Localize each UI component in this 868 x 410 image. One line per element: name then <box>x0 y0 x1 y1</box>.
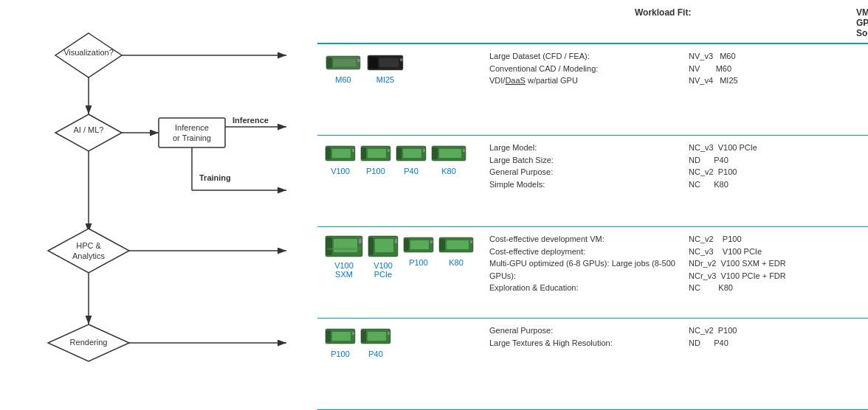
svg-text:Inference: Inference <box>175 123 209 132</box>
gpu-label-k80-inf: K80 <box>441 167 456 176</box>
svg-rect-26 <box>326 58 332 68</box>
gpu-card-p100-train: P100 <box>403 233 434 267</box>
svg-rect-51 <box>334 239 357 252</box>
gpu-label-v100-inf: V100 <box>331 167 350 176</box>
svg-text:AI / ML?: AI / ML? <box>74 125 104 134</box>
workload-inf-line4: Simple Models: <box>489 178 683 191</box>
header-row: Workload Fit: VM / GPU Solution: <box>317 7 868 44</box>
svg-rect-67 <box>326 330 331 342</box>
workload-training: Cost-effective development VM: Cost-effe… <box>483 233 683 294</box>
svg-rect-52 <box>359 239 362 243</box>
gpu-card-p40-render: P40 <box>360 324 391 358</box>
svg-rect-69 <box>352 332 354 335</box>
inference-row: V100 P100 <box>317 136 868 227</box>
gpu-card-p100-inf: P100 <box>360 142 391 176</box>
vm-rendering: NC_v2 P100 ND P40 <box>683 324 861 349</box>
vm-training: NC_v2 P100 NC_v3 V100 PCIe NDr_v2 V100 S… <box>683 233 861 294</box>
svg-rect-34 <box>326 147 331 159</box>
workload-line1: Large Dataset (CFD / FEA): <box>489 50 683 63</box>
workload-train-line2: Cost-effective deployment: <box>489 246 683 258</box>
gpu-list-rendering: P100 P40 <box>325 324 483 358</box>
workload-render-line1: General Purpose: <box>489 324 683 337</box>
gpu-card-p100-render: P100 <box>325 324 356 358</box>
svg-rect-61 <box>430 240 433 243</box>
svg-rect-40 <box>388 149 390 152</box>
svg-rect-63 <box>439 239 445 251</box>
workload-train-line1: Cost-effective development VM: <box>489 233 683 246</box>
svg-rect-31 <box>379 58 399 67</box>
vm-line3: NV_v4 MI25 <box>689 74 861 87</box>
workload-inference: Large Model: Large Batch Size: General P… <box>483 142 683 190</box>
gpu-list-training: V100SXM V100PCIe <box>325 233 483 279</box>
vm-inf-line3: NC_v2 P100 <box>689 166 861 178</box>
flowchart: Visualization? AI / ML? Inference or Tra… <box>0 0 317 410</box>
svg-text:Rendering: Rendering <box>70 338 108 347</box>
vm-render-line2: ND P40 <box>689 337 861 350</box>
svg-rect-30 <box>369 57 378 69</box>
workload-line2: Conventional CAD / Modeling: <box>489 63 683 75</box>
svg-text:Analytics: Analytics <box>72 251 106 260</box>
vm-train-line4: NCr_v3 V100 PCIe + FDR <box>689 270 861 282</box>
gpu-label-k80-train: K80 <box>449 258 464 267</box>
main-container: Visualization? AI / ML? Inference or Tra… <box>0 0 868 410</box>
vm-render-line1: NC_v2 P100 <box>689 324 861 337</box>
svg-rect-57 <box>395 239 397 243</box>
svg-rect-46 <box>432 147 438 159</box>
svg-rect-28 <box>357 59 360 62</box>
svg-rect-72 <box>368 332 386 341</box>
svg-rect-55 <box>368 237 373 255</box>
svg-rect-47 <box>439 149 461 158</box>
gpu-card-k80-train: K80 <box>438 233 474 267</box>
svg-text:Training: Training <box>199 173 231 182</box>
workload-inf-line3: General Purpose: <box>489 166 683 178</box>
svg-rect-35 <box>332 149 351 158</box>
workload-line3: VDI/DaaS w/partial GPU <box>489 74 683 87</box>
gpu-label-p100-train: P100 <box>409 258 428 267</box>
gpu-card-m60: M60 <box>325 50 362 84</box>
vm-train-line2: NC_v3 V100 PCIe <box>689 246 861 258</box>
svg-rect-53 <box>327 248 361 250</box>
svg-rect-71 <box>361 330 366 342</box>
svg-rect-50 <box>326 237 332 255</box>
rows-container: M60 MI25 Large Dataset (CFD / <box>317 44 868 410</box>
svg-rect-27 <box>334 59 356 66</box>
vm-inference: NC_v3 V100 PCIe ND P40 NC_v2 P100 NC K80 <box>683 142 861 190</box>
gpu-label-v100sxm: V100SXM <box>334 261 354 279</box>
workload-render-line2: Large Textures & High Resolution: <box>489 337 683 350</box>
workload-rendering: General Purpose: Large Textures & High R… <box>483 324 683 349</box>
gpu-card-mi25: MI25 <box>366 50 404 84</box>
workload-inf-line2: Large Batch Size: <box>489 154 683 167</box>
vm-train-line1: NC_v2 P100 <box>689 233 861 246</box>
gpu-card-k80-inf: K80 <box>431 142 466 176</box>
vm-inf-line1: NC_v3 V100 PCIe <box>689 142 861 154</box>
vm-visualization: NV_v3 M60 NV M60 NV_v4 MI25 <box>683 50 861 87</box>
workload-visualization: Large Dataset (CFD / FEA): Conventional … <box>483 50 683 87</box>
right-panel: Workload Fit: VM / GPU Solution: M60 <box>317 0 868 410</box>
svg-rect-59 <box>404 239 409 251</box>
visualization-row: M60 MI25 Large Dataset (CFD / <box>317 44 868 136</box>
svg-text:Inference: Inference <box>232 116 269 125</box>
gpu-label-m60: M60 <box>335 75 351 84</box>
training-row: V100SXM V100PCIe <box>317 227 868 319</box>
gpu-label-p40-inf: P40 <box>404 167 418 176</box>
gpu-card-v100-inf: V100 <box>325 142 356 176</box>
svg-text:or Training: or Training <box>173 133 211 142</box>
svg-rect-60 <box>410 240 429 249</box>
svg-rect-56 <box>375 239 393 252</box>
gpu-label-mi25: MI25 <box>376 75 394 84</box>
workload-train-line3: Multi-GPU optimized (6-8 GPUs): Large jo… <box>489 257 683 282</box>
rendering-row: P100 P40 General Purpose: <box>317 319 868 410</box>
gpu-label-p40-render: P40 <box>368 350 383 358</box>
svg-rect-32 <box>400 58 403 61</box>
gpu-card-p40-inf: P40 <box>396 142 427 176</box>
workload-header: Workload Fit: <box>635 7 856 38</box>
svg-rect-39 <box>368 149 386 158</box>
vm-inf-line4: NC K80 <box>689 178 861 191</box>
svg-rect-65 <box>470 240 472 243</box>
gpu-list-inference: V100 P100 <box>325 142 483 176</box>
svg-rect-64 <box>447 240 469 249</box>
svg-rect-44 <box>423 149 425 152</box>
svg-text:HPC &: HPC & <box>76 241 101 250</box>
gpu-card-v100pcie: V100PCIe <box>368 233 399 279</box>
svg-rect-68 <box>332 332 351 341</box>
